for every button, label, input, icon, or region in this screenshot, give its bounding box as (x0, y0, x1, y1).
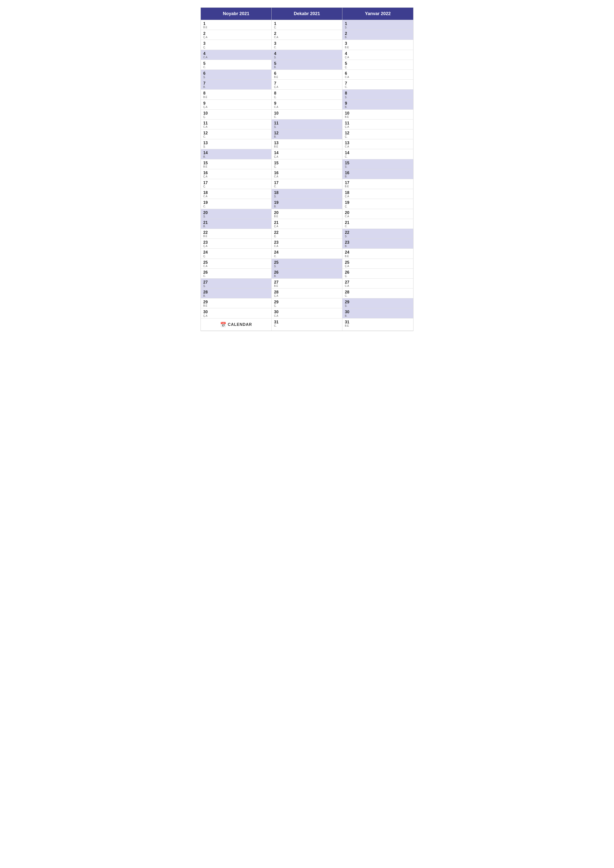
day-cell: 5C. (201, 60, 272, 70)
day-number: 19 (345, 200, 411, 205)
day-number: 16 (203, 170, 269, 175)
day-abbr: B. (274, 66, 340, 68)
day-number: 25 (274, 260, 340, 265)
day-cell: 4C.A (201, 50, 272, 60)
day-number: 21 (203, 220, 269, 225)
day-number: 26 (274, 270, 340, 274)
day-abbr: Ş. (203, 215, 269, 218)
day-cell: 29Ç. (272, 298, 342, 308)
days-grid: 1B.E1Ç.1Ş.2Ç.A2C.A2B.3Ç.3C.3B.E4C.A4Ş.4Ç… (201, 20, 413, 331)
day-cell: 28Ç.A (272, 288, 342, 298)
day-cell: 23B. (342, 239, 413, 249)
day-cell: 22B.E (201, 229, 272, 239)
day-abbr: C.A (274, 105, 340, 108)
day-abbr: B. (274, 135, 340, 138)
day-number: 4 (274, 51, 340, 56)
day-abbr: Ç.A (274, 155, 340, 158)
day-cell: 13C.A (342, 139, 413, 149)
day-abbr: Ş. (203, 76, 269, 78)
day-cell: 16Ç.A (201, 169, 272, 179)
day-number: 11 (203, 121, 269, 126)
day-abbr: B.E (203, 96, 269, 98)
day-cell: 30C.A (272, 308, 342, 318)
day-cell: 17Ç. (201, 179, 272, 189)
day-number: 8 (345, 91, 411, 96)
day-cell: 27Ş. (201, 279, 272, 288)
day-number: 26 (345, 270, 411, 274)
day-cell: 20C.A (342, 209, 413, 219)
day-cell: 26C. (201, 269, 272, 279)
day-abbr: Ç. (203, 255, 269, 257)
day-cell: 7B. (201, 80, 272, 90)
day-abbr: Ç. (274, 304, 340, 307)
day-number: 6 (345, 71, 411, 76)
day-abbr: Ş. (345, 96, 411, 98)
day-abbr: B. (345, 36, 411, 39)
day-number: 20 (274, 210, 340, 215)
day-abbr: B.E (345, 46, 411, 49)
day-abbr: Ş. (274, 126, 340, 128)
day-cell: 7C. (342, 80, 413, 90)
day-abbr: C. (274, 46, 340, 49)
day-abbr: B. (274, 274, 340, 277)
day-cell: 21B. (201, 219, 272, 229)
day-number: 3 (274, 41, 340, 46)
day-number: 1 (345, 21, 411, 26)
day-number: 1 (203, 21, 269, 26)
day-abbr: B. (345, 175, 411, 178)
day-number: 12 (345, 131, 411, 135)
day-number: 11 (345, 121, 411, 126)
day-number: 27 (345, 280, 411, 285)
day-cell: 10B.E (342, 110, 413, 119)
day-cell: 1Ç. (272, 20, 342, 30)
day-number: 13 (203, 141, 269, 145)
day-cell: 8Ş. (342, 90, 413, 99)
day-cell: 23C.A (272, 239, 342, 249)
day-abbr: Ş. (203, 285, 269, 287)
day-cell: 19C. (201, 199, 272, 209)
day-abbr: Ç.A (345, 56, 411, 59)
day-number: 3 (203, 41, 269, 46)
day-number: 2 (345, 31, 411, 36)
day-cell: 14C. (342, 149, 413, 159)
day-number: 5 (345, 61, 411, 66)
day-number: 31 (274, 320, 340, 324)
day-cell: 8Ç. (272, 90, 342, 99)
calendar-icon: 📅 (220, 322, 226, 328)
day-abbr: Ş. (274, 195, 340, 198)
day-cell: 6C.A (342, 70, 413, 80)
day-cell: 7Ç.A (272, 80, 342, 90)
day-abbr: Ç.A (274, 85, 340, 88)
header-row: Noyabr 2021 Dekabr 2021 Yanvar 2022 (201, 8, 413, 20)
day-number: 18 (274, 190, 340, 195)
day-cell: 6Ş. (201, 70, 272, 80)
day-abbr: B. (345, 245, 411, 248)
day-number: 28 (203, 290, 269, 294)
day-number: 4 (203, 51, 269, 56)
day-cell: 20B.E (272, 209, 342, 219)
day-abbr: B. (203, 225, 269, 228)
day-abbr: C.A (203, 56, 269, 59)
day-number: 22 (345, 230, 411, 235)
day-number: 10 (274, 111, 340, 116)
day-abbr: Ç. (203, 116, 269, 118)
day-abbr: B.E (274, 215, 340, 218)
day-cell: 14B. (201, 149, 272, 159)
day-number: 2 (203, 31, 269, 36)
day-cell: 27C.A (342, 279, 413, 288)
day-number: 4 (345, 51, 411, 56)
day-cell: 25Ç.A (342, 259, 413, 269)
day-number: 22 (274, 230, 340, 235)
day-number: 17 (274, 180, 340, 185)
day-number: 30 (274, 310, 340, 314)
day-number: 21 (345, 220, 411, 225)
day-number: 9 (203, 101, 269, 105)
day-cell: 17C. (272, 179, 342, 189)
day-cell: 23Ç.A (201, 239, 272, 249)
day-abbr: C.A (345, 215, 411, 218)
day-cell: 3C. (272, 40, 342, 50)
day-number: 22 (203, 230, 269, 235)
calendar-container: Noyabr 2021 Dekabr 2021 Yanvar 2022 1B.E… (201, 8, 413, 331)
day-number: 12 (274, 131, 340, 135)
day-cell: 21C. (342, 219, 413, 229)
